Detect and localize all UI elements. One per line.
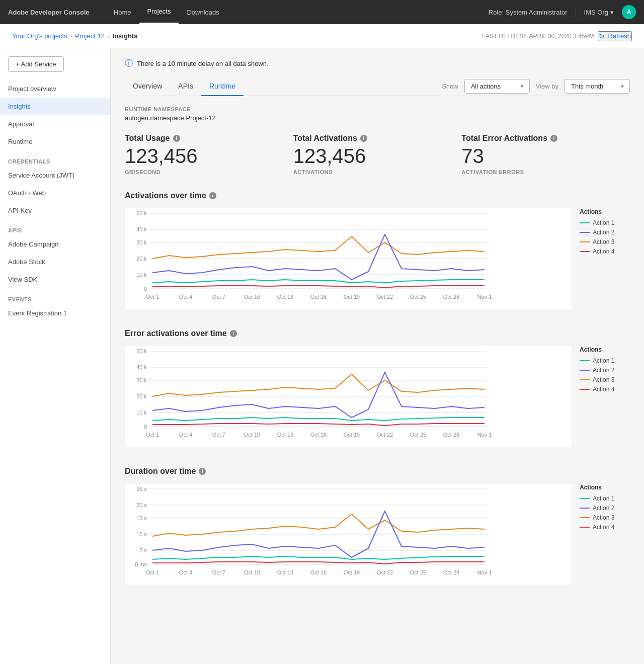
stat-title-activations: Total Activations i bbox=[293, 134, 462, 143]
svg-text:30 k: 30 k bbox=[136, 377, 147, 383]
legend-color-3-4 bbox=[580, 527, 590, 528]
svg-text:Oct 4: Oct 4 bbox=[179, 432, 192, 438]
sidebar-item-view-sdk[interactable]: View SDK bbox=[0, 271, 110, 288]
svg-text:Oct 10: Oct 10 bbox=[244, 294, 260, 300]
sidebar-item-adobe-stock[interactable]: Adobe Stock bbox=[0, 253, 110, 271]
nav-projects[interactable]: Projects bbox=[139, 0, 179, 24]
tab-overview[interactable]: Overview bbox=[125, 77, 170, 96]
chart-activations-title: Activations over time i bbox=[125, 191, 630, 200]
stats-row: Total Usage i 123,456 GB/SECOND Total Ac… bbox=[125, 134, 630, 175]
stat-info-icon-activations[interactable]: i bbox=[360, 135, 367, 142]
legend-item-3-3: Action 3 bbox=[580, 514, 630, 521]
chart-activations: Activations over time i bbox=[125, 191, 630, 309]
legend-item-3-2: Action 2 bbox=[580, 505, 630, 512]
svg-text:Oct 28: Oct 28 bbox=[443, 294, 459, 300]
stat-info-icon-errors[interactable]: i bbox=[550, 135, 557, 142]
svg-text:Oct 10: Oct 10 bbox=[244, 432, 260, 438]
legend-item-1-4: Action 4 bbox=[580, 248, 630, 255]
svg-text:Nov 1: Nov 1 bbox=[477, 569, 492, 575]
sidebar-item-insights[interactable]: Insights bbox=[0, 98, 110, 115]
svg-text:Oct 7: Oct 7 bbox=[212, 432, 225, 438]
events-section-label: EVENTS bbox=[0, 288, 110, 304]
sidebar-item-project-overview[interactable]: Project overview bbox=[0, 80, 110, 98]
legend-color-1-3 bbox=[580, 241, 590, 242]
chart-duration-title: Duration over time i bbox=[125, 467, 630, 476]
chart-activations-svg: 60 k 40 k 30 k 20 k 10 k 0 Oct 1 Oct 4 O… bbox=[125, 208, 502, 309]
svg-text:10 k: 10 k bbox=[136, 272, 147, 278]
legend-color-3-3 bbox=[580, 517, 590, 518]
last-refresh-label: LAST REFRESH APRIL 30, 2020 3:45PM bbox=[482, 33, 594, 40]
org-selector[interactable]: IMS Org ▾ bbox=[584, 9, 614, 16]
svg-text:0: 0 bbox=[144, 424, 147, 430]
info-banner: ⓘ There is a 10 minute delay on all data… bbox=[125, 58, 630, 69]
refresh-button[interactable]: ↻ Refresh bbox=[598, 31, 632, 41]
nav-home[interactable]: Home bbox=[106, 0, 139, 24]
svg-text:Oct 19: Oct 19 bbox=[344, 432, 360, 438]
refresh-icon: ↻ bbox=[599, 32, 605, 40]
svg-text:20 k: 20 k bbox=[136, 393, 147, 399]
svg-text:60 k: 60 k bbox=[136, 210, 147, 216]
sidebar: + Add Service Project overview Insights … bbox=[0, 48, 111, 664]
svg-text:15 s: 15 s bbox=[136, 515, 147, 521]
legend-item-1-1: Action 1 bbox=[580, 219, 630, 226]
tabs-bar: Overview APIs Runtime Show All actions A… bbox=[125, 77, 630, 96]
info-icon: ⓘ bbox=[125, 58, 133, 69]
chart-activations-info-icon[interactable]: i bbox=[209, 192, 216, 199]
svg-text:Oct 16: Oct 16 bbox=[310, 569, 327, 575]
role-label: Role: System Administrator bbox=[489, 9, 568, 16]
refresh-area: LAST REFRESH APRIL 30, 2020 3:45PM ↻ Ref… bbox=[482, 31, 632, 41]
add-service-label: + Add Service bbox=[16, 60, 56, 68]
tabs: Overview APIs Runtime bbox=[125, 77, 244, 96]
tab-apis[interactable]: APIs bbox=[170, 77, 201, 96]
user-avatar: A bbox=[622, 5, 636, 19]
sidebar-item-approval[interactable]: Approval bbox=[0, 115, 110, 133]
stat-total-activations: Total Activations i 123,456 ACTIVATIONS bbox=[293, 134, 462, 175]
svg-text:Oct 25: Oct 25 bbox=[410, 432, 426, 438]
chart-duration-area: 25 s 20 s 15 s 10 s 5 s 0 ms Oct 1 Oct 4… bbox=[125, 484, 572, 585]
sidebar-item-runtime[interactable]: Runtime bbox=[0, 133, 110, 150]
svg-text:Oct 4: Oct 4 bbox=[179, 294, 192, 300]
stat-number-activations: 123,456 bbox=[293, 145, 462, 167]
chart-error-area: 60 k 40 k 30 k 20 k 10 k 0 Oct 1 Oct 4 O… bbox=[125, 346, 572, 447]
show-select[interactable]: All actions Action 1 Action 2 Action 3 A… bbox=[464, 79, 530, 94]
sidebar-item-service-account[interactable]: Service Account (JWT) bbox=[0, 167, 110, 184]
sidebar-item-api-key[interactable]: API Key bbox=[0, 202, 110, 219]
stat-total-usage: Total Usage i 123,456 GB/SECOND bbox=[125, 134, 293, 175]
viewby-select[interactable]: This month Last 7 days Last 30 days bbox=[565, 79, 630, 94]
breadcrumb-org[interactable]: Your Org's projects bbox=[12, 32, 67, 40]
show-label: Show bbox=[442, 82, 458, 90]
chart-duration-info-icon[interactable]: i bbox=[199, 468, 206, 475]
svg-text:Oct 19: Oct 19 bbox=[344, 294, 360, 300]
chart-error-activations: Error activations over time i bbox=[125, 329, 630, 447]
show-select-wrapper: All actions Action 1 Action 2 Action 3 A… bbox=[464, 79, 530, 94]
svg-text:Oct 13: Oct 13 bbox=[277, 294, 293, 300]
sidebar-item-event-reg-1[interactable]: Event Registration 1 bbox=[0, 304, 110, 322]
chart-error-legend: Actions Action 1 Action 2 Action 3 bbox=[580, 346, 630, 395]
tab-runtime[interactable]: Runtime bbox=[201, 77, 244, 96]
stat-info-icon-usage[interactable]: i bbox=[173, 135, 180, 142]
namespace-label: RUNTIME NAMESPACE bbox=[125, 106, 630, 112]
viewby-select-wrapper: This month Last 7 days Last 30 days ▼ bbox=[565, 79, 630, 94]
legend-item-1-3: Action 3 bbox=[580, 238, 630, 245]
svg-text:Oct 16: Oct 16 bbox=[310, 294, 327, 300]
svg-text:20 k: 20 k bbox=[136, 256, 147, 262]
svg-text:10 s: 10 s bbox=[136, 531, 147, 537]
add-service-button[interactable]: + Add Service bbox=[8, 56, 64, 72]
svg-text:0: 0 bbox=[144, 286, 147, 292]
chart-error-info-icon[interactable]: i bbox=[230, 330, 237, 337]
sidebar-item-oauth-web[interactable]: OAuth - Web bbox=[0, 184, 110, 202]
sidebar-item-adobe-campaign[interactable]: Adobe Campaign bbox=[0, 235, 110, 253]
legend-item-3-4: Action 4 bbox=[580, 524, 630, 531]
nav-downloads[interactable]: Downloads bbox=[179, 0, 227, 24]
legend-color-3-1 bbox=[580, 498, 590, 499]
breadcrumb-bar: Your Org's projects › Project 12 › Insig… bbox=[0, 24, 644, 48]
breadcrumb-project[interactable]: Project 12 bbox=[75, 32, 105, 40]
svg-text:Oct 25: Oct 25 bbox=[410, 294, 426, 300]
stat-unit-activations: ACTIVATIONS bbox=[293, 169, 462, 175]
top-nav: Adobe Developer Console Home Projects Do… bbox=[0, 0, 644, 24]
chart-duration-container: 25 s 20 s 15 s 10 s 5 s 0 ms Oct 1 Oct 4… bbox=[125, 484, 630, 585]
content-inner: ⓘ There is a 10 minute delay on all data… bbox=[111, 48, 644, 615]
legend-color-2-4 bbox=[580, 389, 590, 390]
legend-item-3-1: Action 1 bbox=[580, 495, 630, 502]
svg-text:Oct 13: Oct 13 bbox=[277, 569, 293, 575]
